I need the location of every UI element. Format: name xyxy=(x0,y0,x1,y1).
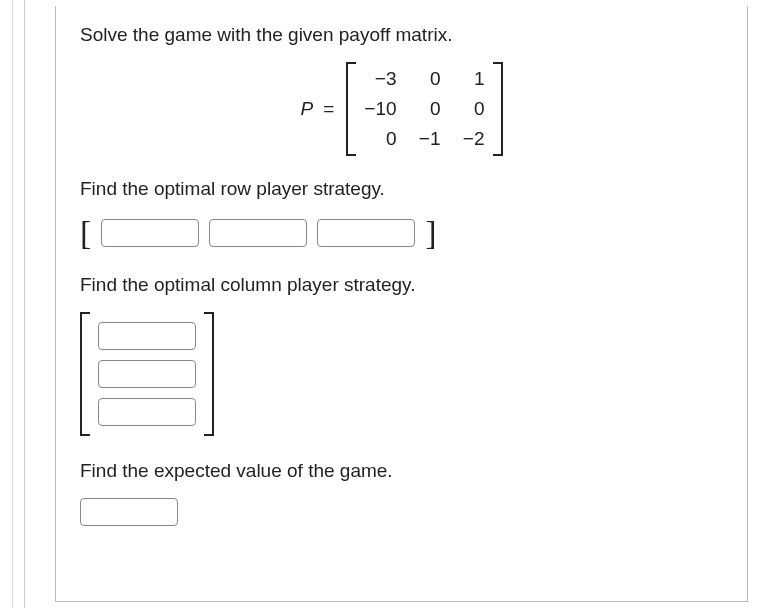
matrix-cell: −3 xyxy=(364,68,396,90)
matrix-cell: 0 xyxy=(364,128,396,150)
matrix-body: −3 0 1 −10 0 0 0 −1 −2 xyxy=(356,62,492,156)
bracket-right xyxy=(493,62,503,156)
question-container: Solve the game with the given payoff mat… xyxy=(55,6,748,602)
col-strategy-input-2[interactable] xyxy=(98,360,196,388)
matrix-cell: −2 xyxy=(455,128,485,150)
bracket-left xyxy=(346,62,356,156)
row-strategy-vector: [ ] xyxy=(80,216,723,250)
bracket-right: ] xyxy=(425,216,436,250)
expected-value-prompt: Find the expected value of the game. xyxy=(80,460,723,482)
col-strategy-input-1[interactable] xyxy=(98,322,196,350)
bracket-right xyxy=(204,312,214,436)
matrix-cell: 0 xyxy=(411,68,441,90)
col-strategy-prompt: Find the optimal column player strategy. xyxy=(80,274,723,296)
row-strategy-input-2[interactable] xyxy=(209,219,307,247)
matrix-cell: −1 xyxy=(411,128,441,150)
matrix-label: P xyxy=(300,98,313,120)
page-margin xyxy=(0,0,25,608)
row-strategy-prompt: Find the optimal row player strategy. xyxy=(80,178,723,200)
matrix-cell: 0 xyxy=(411,98,441,120)
matrix-cell: 1 xyxy=(455,68,485,90)
bracket-left xyxy=(80,312,90,436)
matrix-cell: −10 xyxy=(364,98,396,120)
col-strategy-vector xyxy=(80,312,723,436)
payoff-matrix-display: P = −3 0 1 −10 0 0 0 −1 −2 xyxy=(80,62,723,156)
row-strategy-input-3[interactable] xyxy=(317,219,415,247)
row-strategy-input-1[interactable] xyxy=(101,219,199,247)
payoff-matrix: −3 0 1 −10 0 0 0 −1 −2 xyxy=(346,62,502,156)
matrix-equals: = xyxy=(323,98,334,120)
matrix-cell: 0 xyxy=(455,98,485,120)
question-intro: Solve the game with the given payoff mat… xyxy=(80,24,723,46)
bracket-left: [ xyxy=(80,216,91,250)
col-strategy-input-3[interactable] xyxy=(98,398,196,426)
expected-value-input[interactable] xyxy=(80,498,178,526)
